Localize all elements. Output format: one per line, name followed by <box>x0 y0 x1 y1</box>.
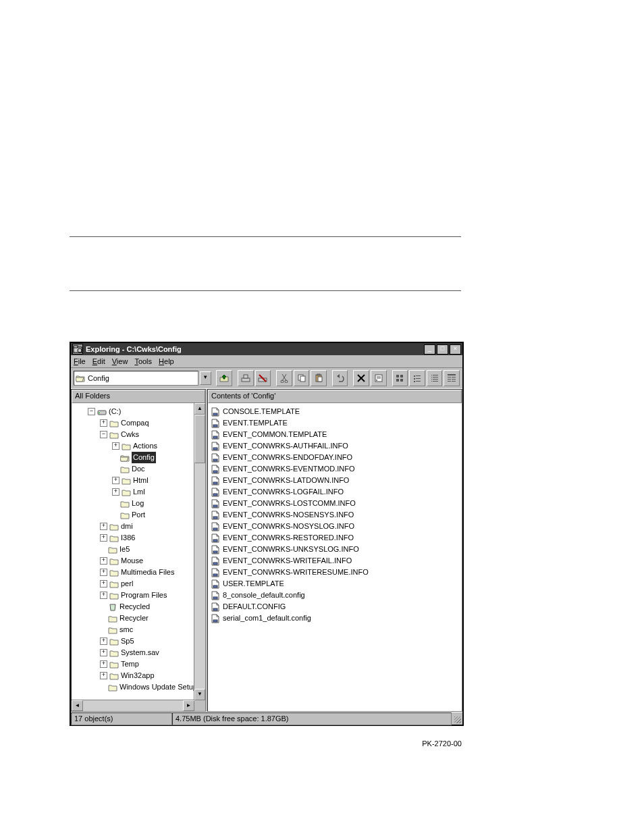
tree-node-selected[interactable]: Config <box>74 452 204 463</box>
tree-node[interactable]: +Multimedia Files <box>74 567 204 578</box>
titlebar[interactable]: Exploring - C:\Cwks\Config _ □ × <box>71 343 462 355</box>
expand-icon[interactable]: + <box>100 557 107 565</box>
tree-node[interactable]: +Program Files <box>74 590 204 601</box>
cut-button[interactable] <box>276 370 292 386</box>
file-item[interactable]: EVENT_CONWRKS-LOSTCOMM.INFO <box>211 498 459 509</box>
file-item[interactable]: EVENT_CONWRKS-WRITEFAIL.INFO <box>211 555 459 567</box>
properties-button[interactable] <box>371 370 387 386</box>
close-button[interactable]: × <box>450 344 461 355</box>
tree-node[interactable]: smc <box>74 624 204 635</box>
menu-file[interactable]: File <box>74 357 86 365</box>
tree-hscrollbar[interactable]: ◄ ► <box>72 700 194 711</box>
file-item[interactable]: EVENT_CONWRKS-NOSYSLOG.INFO <box>211 521 459 532</box>
expand-icon[interactable]: + <box>100 569 107 576</box>
file-item[interactable]: EVENT_CONWRKS-WRITERESUME.INFO <box>211 567 459 578</box>
menu-help[interactable]: Help <box>159 357 174 365</box>
list-view-button[interactable] <box>427 370 443 386</box>
tree-node[interactable]: +Html <box>74 475 204 486</box>
expand-icon[interactable]: + <box>100 534 107 542</box>
file-item[interactable]: EVENT_CONWRKS-AUTHFAIL.INFO <box>211 440 459 452</box>
expand-icon[interactable]: + <box>100 672 107 679</box>
tree-node[interactable]: +dmi <box>74 521 204 532</box>
scroll-left-button[interactable]: ◄ <box>72 700 83 711</box>
maximize-button[interactable]: □ <box>437 344 448 355</box>
map-drive-button[interactable] <box>238 370 254 386</box>
scroll-up-button[interactable]: ▲ <box>194 403 205 415</box>
menu-view[interactable]: View <box>112 357 128 365</box>
tree-node[interactable]: +Lml <box>74 486 204 498</box>
copy-button[interactable] <box>294 370 310 386</box>
scroll-right-button[interactable]: ► <box>183 700 194 711</box>
file-item[interactable]: EVENT_CONWRKS-UNKSYSLOG.INFO <box>211 544 459 555</box>
tree-node[interactable]: +Actions <box>74 440 204 452</box>
scroll-track[interactable] <box>194 415 205 689</box>
tree-node[interactable]: −Cwks <box>74 429 204 440</box>
svg-rect-31 <box>431 375 432 375</box>
tree-node[interactable]: Doc <box>74 463 204 475</box>
tree-node[interactable]: Port <box>74 509 204 521</box>
file-item[interactable]: DEFAULT.CONFIG <box>211 601 459 613</box>
file-item[interactable]: 8_console_default.config <box>211 590 459 601</box>
file-item[interactable]: EVENT_CONWRKS-ENDOFDAY.INFO <box>211 452 459 463</box>
tree-node[interactable]: +Mouse <box>74 555 204 567</box>
tree-vscrollbar[interactable]: ▲ ▼ <box>194 403 205 700</box>
expand-icon[interactable]: + <box>100 419 107 427</box>
menu-edit[interactable]: Edit <box>92 357 105 365</box>
svg-rect-47 <box>99 413 100 413</box>
small-icons-button[interactable] <box>409 370 425 386</box>
expand-icon[interactable]: + <box>100 592 107 599</box>
expand-icon[interactable]: + <box>100 649 107 656</box>
collapse-icon[interactable]: − <box>88 408 95 415</box>
address-dropdown-button[interactable]: ▼ <box>200 371 211 385</box>
file-item[interactable]: EVENT_CONWRKS-RESTORED.INFO <box>211 532 459 544</box>
file-item[interactable]: USER.TEMPLATE <box>211 578 459 590</box>
collapse-icon[interactable]: − <box>100 431 107 438</box>
tree-node[interactable]: +I386 <box>74 532 204 544</box>
file-list[interactable]: CONSOLE.TEMPLATEEVENT.TEMPLATEEVENT_COMM… <box>208 403 462 627</box>
drive-icon <box>97 408 107 416</box>
tree-node[interactable]: Recycler <box>74 613 204 624</box>
file-item[interactable]: EVENT_COMMON.TEMPLATE <box>211 429 459 440</box>
file-item[interactable]: EVENT_CONWRKS-NOSENSYS.INFO <box>211 509 459 521</box>
svg-rect-63 <box>213 585 217 588</box>
expand-icon[interactable]: + <box>112 477 119 484</box>
file-item[interactable]: EVENT_CONWRKS-LOGFAIL.INFO <box>211 486 459 498</box>
tree-node[interactable]: +System.sav <box>74 647 204 658</box>
file-item[interactable]: serial_com1_default.config <box>211 613 459 624</box>
expand-icon[interactable]: + <box>100 660 107 668</box>
disconnect-drive-button[interactable] <box>255 370 271 386</box>
file-item[interactable]: EVENT.TEMPLATE <box>211 417 459 429</box>
tree-node[interactable]: +Compaq <box>74 417 204 429</box>
paste-button[interactable] <box>311 370 327 386</box>
scroll-track[interactable] <box>83 700 183 711</box>
details-view-button[interactable] <box>444 370 460 386</box>
folder-tree[interactable]: − (C:) +Compaq −Cwks +Actions Config Doc… <box>72 403 205 696</box>
large-icons-button[interactable] <box>392 370 408 386</box>
expand-icon[interactable]: + <box>100 637 107 645</box>
tree-node[interactable]: +perl <box>74 578 204 590</box>
address-combo[interactable]: Config <box>74 371 198 386</box>
tree-node-c-drive[interactable]: − (C:) <box>74 406 204 417</box>
tree-node[interactable]: Windows Update Setup <box>74 681 204 693</box>
expand-icon[interactable]: + <box>112 488 119 496</box>
expand-icon[interactable]: + <box>100 580 107 588</box>
tree-node[interactable]: +Sp5 <box>74 635 204 647</box>
tree-node[interactable]: +Temp <box>74 658 204 670</box>
up-button[interactable] <box>216 370 232 386</box>
minimize-button[interactable]: _ <box>424 344 435 355</box>
scroll-thumb[interactable] <box>194 415 205 463</box>
tree-node[interactable]: Ie5 <box>74 544 204 555</box>
tree-node[interactable]: Log <box>74 498 204 509</box>
file-item[interactable]: EVENT_CONWRKS-LATDOWN.INFO <box>211 475 459 486</box>
tree-node[interactable]: +Win32app <box>74 670 204 681</box>
expand-icon[interactable]: + <box>112 442 119 450</box>
expand-icon[interactable]: + <box>100 523 107 530</box>
menu-tools[interactable]: Tools <box>134 357 152 365</box>
resize-grip[interactable] <box>452 712 462 725</box>
tree-node[interactable]: Recycled <box>74 601 204 613</box>
delete-button[interactable] <box>353 370 369 386</box>
file-item[interactable]: EVENT_CONWRKS-EVENTMOD.INFO <box>211 463 459 475</box>
undo-button[interactable] <box>332 370 348 386</box>
file-item[interactable]: CONSOLE.TEMPLATE <box>211 406 459 417</box>
scroll-down-button[interactable]: ▼ <box>194 689 205 700</box>
